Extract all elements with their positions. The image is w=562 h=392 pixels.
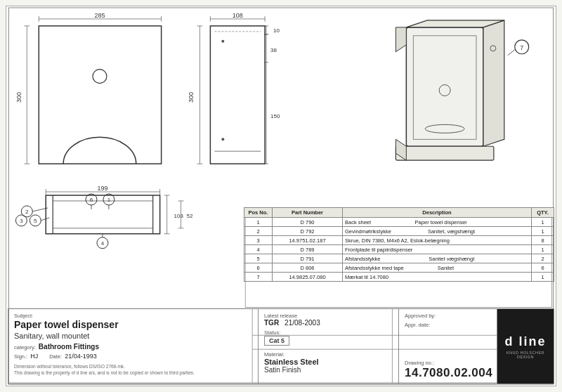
row4-desc: Frontplade til papiirdispenser	[343, 245, 532, 254]
svg-text:300: 300	[15, 92, 22, 103]
finish-value: Satin Finish	[264, 366, 393, 374]
material-label: Material:	[264, 351, 393, 358]
svg-text:108: 108	[174, 213, 184, 219]
svg-point-9	[93, 70, 107, 84]
svg-text:7: 7	[520, 44, 523, 51]
col-qty: QTY.	[532, 208, 554, 218]
row3-desc: Skrue, DIN 7380, M4x6 A2, Eslok-belægnin…	[343, 236, 532, 245]
footnote2: This drawing is the property of d line a…	[14, 370, 252, 376]
appr-date-label: Appr. date:	[405, 322, 491, 328]
svg-text:2: 2	[25, 209, 29, 215]
release-date: 21/08-2003	[285, 319, 320, 327]
svg-text:38: 38	[270, 47, 277, 53]
svg-point-62	[103, 194, 115, 205]
row2-part: D 792	[273, 227, 343, 236]
svg-point-59	[86, 194, 97, 205]
svg-marker-69	[483, 20, 504, 146]
row4-part: D 789	[273, 245, 343, 254]
table-row: 4 D 789 Frontplade til papiirdispenser 1	[244, 245, 554, 254]
title-block: Subject: Paper towel dispenser Sanitary,…	[8, 308, 554, 384]
row1-part: D 790	[273, 218, 343, 227]
table-row: 6 D 806 Afstandsstykke med tape Sanitet …	[244, 263, 554, 273]
svg-rect-71	[413, 36, 476, 139]
table-row: 1 D 790 Back sheet Paper towel dispenser…	[244, 218, 554, 227]
row3-part: 14.9751.02.187	[273, 236, 343, 245]
svg-point-51	[30, 215, 41, 226]
table-row: 5 D 791 Afstandsstykke Sanitet vægshængt…	[244, 254, 554, 263]
row5-part: D 791	[273, 254, 343, 263]
svg-point-32	[221, 40, 224, 43]
svg-line-53	[41, 218, 49, 221]
svg-text:108: 108	[233, 12, 243, 19]
parts-table: Pos No. Part Number Description QTY. 1 D…	[244, 207, 554, 308]
sign-value: HJ	[30, 353, 38, 360]
status-label: Status:	[264, 329, 393, 336]
svg-marker-77	[396, 139, 406, 160]
svg-marker-76	[396, 27, 406, 52]
row4-qty: 1	[532, 245, 554, 254]
row6-pos: 6	[244, 263, 273, 273]
approved-label: Approved by:	[405, 313, 491, 319]
brand-text: d line	[504, 334, 546, 349]
row7-part: 14.9825.07.080	[273, 273, 343, 282]
svg-text:300: 300	[188, 92, 195, 103]
svg-line-80	[508, 50, 515, 55]
svg-text:5: 5	[34, 218, 37, 224]
svg-line-56	[32, 208, 48, 211]
svg-text:199: 199	[97, 185, 107, 192]
col-part: Part Number	[273, 208, 343, 218]
row5-pos: 5	[244, 254, 273, 263]
svg-point-78	[515, 40, 529, 54]
drawing-area: 285 300 108 10	[6, 6, 556, 386]
row7-desc: Mærkat til 14.7080	[343, 273, 532, 282]
svg-point-65	[97, 237, 108, 249]
row1-qty: 1	[532, 218, 554, 227]
row1-desc: Back sheet Paper towel dispenser	[343, 218, 532, 227]
svg-rect-75	[396, 146, 493, 160]
row5-desc: Afstandsstykke Sanitet vægshængt	[343, 254, 532, 263]
row2-desc: Gevindmøtrikstykke Sanitet, vægshængt	[343, 227, 532, 236]
row5-qty: 2	[532, 254, 554, 263]
row3-pos: 3	[244, 236, 273, 245]
sign-label: Sign.:	[14, 353, 27, 360]
page: 285 300 108 10	[0, 0, 562, 392]
row7-pos: 7	[244, 273, 273, 282]
row1-pos: 1	[244, 218, 273, 227]
status-value: Cat 5	[264, 336, 289, 346]
row4-pos: 4	[244, 245, 273, 254]
category-value: Bathroom Fittings	[39, 343, 99, 351]
row6-part: D 806	[273, 263, 343, 273]
date-value: 21/04-1993	[65, 353, 97, 360]
svg-text:150: 150	[270, 113, 280, 119]
svg-point-33	[221, 138, 224, 141]
svg-point-74	[439, 85, 450, 96]
svg-text:10: 10	[273, 27, 280, 34]
svg-text:4: 4	[101, 240, 105, 247]
row2-qty: 1	[532, 227, 554, 236]
table-row: 3 14.9751.02.187 Skrue, DIN 7380, M4x6 A…	[244, 236, 554, 245]
table-row: 2 D 792 Gevindmøtrikstykke Sanitet, vægs…	[244, 227, 554, 236]
svg-point-73	[425, 124, 464, 133]
title-left-section: Subject: Paper towel dispenser Sanitary,…	[8, 309, 259, 384]
svg-text:6: 6	[90, 197, 93, 203]
row3-qty: 8	[532, 236, 554, 245]
category-label: category:	[14, 344, 36, 351]
latest-release-label: Latest release	[264, 313, 393, 319]
row7-qty: 1	[532, 273, 554, 282]
svg-point-57	[15, 215, 27, 226]
col-pos: Pos No.	[244, 208, 273, 218]
col-desc: Description	[343, 208, 532, 218]
svg-text:3: 3	[20, 218, 23, 224]
svg-rect-68	[406, 27, 483, 146]
svg-point-72	[490, 46, 496, 51]
svg-marker-70	[406, 20, 504, 27]
release-value: TGR	[264, 319, 279, 327]
svg-rect-38	[46, 195, 159, 234]
footnote1: Dimension without tolerance, follows DS/…	[14, 363, 252, 370]
brand-block: d line KNUD HOLSCHER DESIGN	[497, 309, 554, 384]
title-middle-section: Latest release TGR 21/08-2003 Status: Ca…	[259, 309, 399, 384]
row2-pos: 2	[244, 227, 273, 236]
row6-desc: Afstandsstykke med tape Sanitet	[343, 263, 532, 273]
drawing-no-label: Drawing no.:	[405, 360, 491, 366]
svg-rect-8	[39, 26, 161, 164]
